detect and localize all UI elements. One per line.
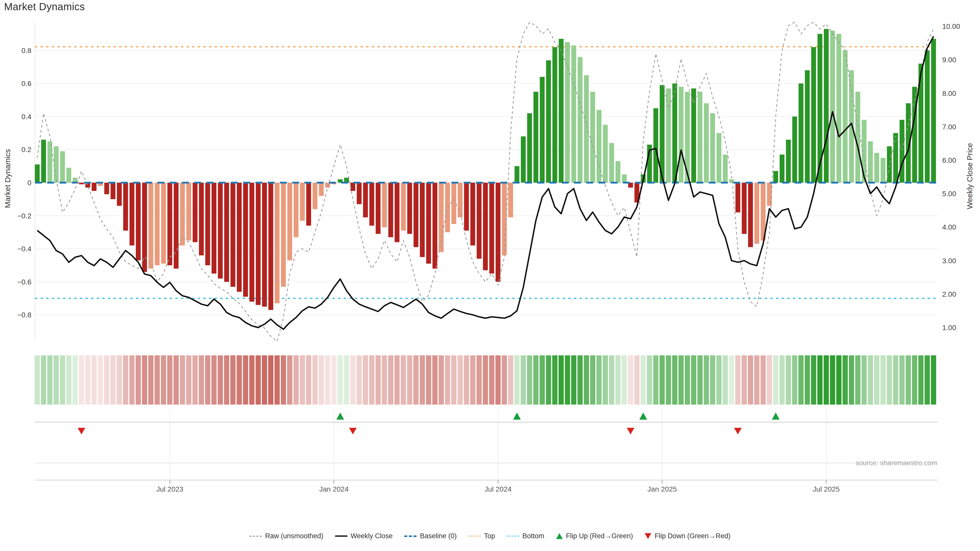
heat-strip-cell: [262, 355, 267, 405]
dynamics-bar: [900, 120, 904, 183]
heat-strip-cell: [199, 355, 204, 405]
dynamics-bar: [155, 183, 159, 265]
heat-strip-cell: [401, 355, 406, 405]
dynamics-bar: [110, 183, 115, 199]
heat-strip-cell: [754, 355, 759, 405]
dynamics-bar: [811, 47, 816, 183]
dynamics-bar: [420, 183, 425, 257]
heat-strip-cell: [439, 355, 444, 405]
heat-strip-cell: [312, 355, 318, 405]
dynamics-bar: [540, 77, 545, 183]
heat-strip-cell: [275, 355, 280, 405]
heat-strip-cell: [899, 355, 905, 405]
heat-strip-cell: [723, 355, 728, 405]
legend-item-close[interactable]: Weekly Close: [335, 532, 393, 540]
dynamics-bar: [741, 183, 746, 234]
heat-strip-cell: [135, 355, 141, 405]
heat-strip-cell: [205, 355, 210, 405]
flip-up-triangle-icon: [556, 533, 563, 539]
dynamics-bar: [41, 140, 46, 183]
heat-strip-cell: [862, 355, 867, 405]
heat-strip-cell: [868, 355, 873, 405]
heat-strip-cell: [47, 355, 52, 405]
dynamics-bar: [262, 183, 267, 306]
dynamics-bar: [584, 75, 589, 183]
right-tick-label: 10.00: [942, 22, 960, 30]
heat-strip-cell: [590, 355, 595, 405]
dynamics-bar: [180, 183, 185, 245]
legend-item-flip_down[interactable]: Flip Down (Green→Red): [645, 532, 730, 540]
heat-strip-cell: [647, 355, 652, 405]
raw-line-swatch: [250, 536, 262, 537]
x-axis-date-label: Jul 2025: [813, 485, 840, 493]
heat-strip-cell: [148, 355, 154, 405]
heat-strip-cell: [584, 355, 589, 405]
heat-strip-cell: [691, 355, 697, 405]
heat-strip-cell: [344, 355, 349, 405]
heat-strip-cell: [634, 355, 640, 405]
left-axis-tick-labels: 0.80.60.40.20−0.2−0.4−0.6−0.8: [18, 47, 32, 319]
right-tick-label: 1.00: [942, 324, 956, 332]
heat-strip-cell: [293, 355, 299, 405]
dynamics-bar: [212, 183, 216, 273]
heat-strip-cell: [780, 355, 785, 405]
legend-item-label: Weekly Close: [351, 532, 393, 540]
heat-strip-cell: [597, 355, 602, 405]
baseline-swatch: [404, 535, 417, 537]
heat-strip-cell: [830, 355, 835, 405]
dynamics-bar: [357, 183, 362, 204]
dynamics-bar: [66, 168, 71, 183]
dynamics-bar: [754, 183, 759, 244]
left-tick-label: −0.4: [18, 245, 32, 253]
heat-strip-cell: [432, 355, 438, 405]
dynamics-bar: [186, 183, 191, 241]
heat-strip-cell: [211, 355, 217, 405]
legend-item-label: Flip Down (Green→Red): [655, 532, 730, 540]
dynamics-bar: [609, 143, 614, 183]
heat-strip-cell: [798, 355, 803, 405]
heat-strip-cell: [167, 355, 172, 405]
heat-strip-cell: [527, 355, 532, 405]
heat-strip-cell: [426, 355, 431, 405]
dynamics-bar: [117, 183, 122, 206]
dynamics-bar: [849, 70, 854, 183]
left-tick-label: 0.6: [21, 79, 32, 87]
legend-item-baseline[interactable]: Baseline (0): [404, 532, 457, 540]
heat-strip-cell: [350, 355, 355, 405]
dynamics-bar: [697, 92, 702, 183]
flip-down-triangle-icon: [645, 533, 651, 539]
heat-strip-cell: [338, 355, 343, 405]
heat-strip-cell: [786, 355, 791, 405]
heat-strip-cell: [571, 355, 576, 405]
legend-item-flip_up[interactable]: Flip Up (Red→Green): [556, 532, 633, 540]
heat-strip-cell: [792, 355, 797, 405]
dynamics-bar: [679, 87, 683, 183]
left-tick-label: −0.2: [18, 212, 32, 220]
bottom-threshold-swatch: [507, 535, 519, 537]
heat-strip-cell: [836, 355, 842, 405]
dynamics-bar: [496, 183, 501, 282]
heat-strip-cell: [306, 355, 311, 405]
right-axis-title: Weekly Close Price: [966, 143, 974, 209]
legend-item-top[interactable]: Top: [468, 532, 495, 540]
dynamics-bar: [856, 92, 860, 183]
heat-strip-cell: [558, 355, 564, 405]
legend-item-bottom[interactable]: Bottom: [507, 532, 544, 540]
market-dynamics-page: Market Dynamics 0.80.60.40.20−0.2−0.4−0.…: [0, 0, 980, 551]
heat-strip-cell: [520, 355, 526, 405]
dynamics-bar: [717, 133, 721, 183]
footer-vertical-gridlines: [170, 409, 826, 480]
left-tick-label: 0.4: [21, 113, 32, 121]
heat-strip-cell: [375, 355, 381, 405]
dynamics-bar: [92, 183, 97, 191]
heat-strip-cell: [268, 355, 274, 405]
heat-strip-cell: [369, 355, 375, 405]
heat-strip-cell: [735, 355, 741, 405]
heat-strip-cell: [849, 355, 854, 405]
dynamics-bar: [477, 183, 482, 259]
heat-strip-cell: [60, 355, 65, 405]
dynamics-bar: [35, 165, 40, 183]
legend-item-raw[interactable]: Raw (unsmoothed): [250, 532, 323, 540]
dynamics-bar: [464, 183, 469, 230]
dynamics-bar: [780, 155, 784, 183]
